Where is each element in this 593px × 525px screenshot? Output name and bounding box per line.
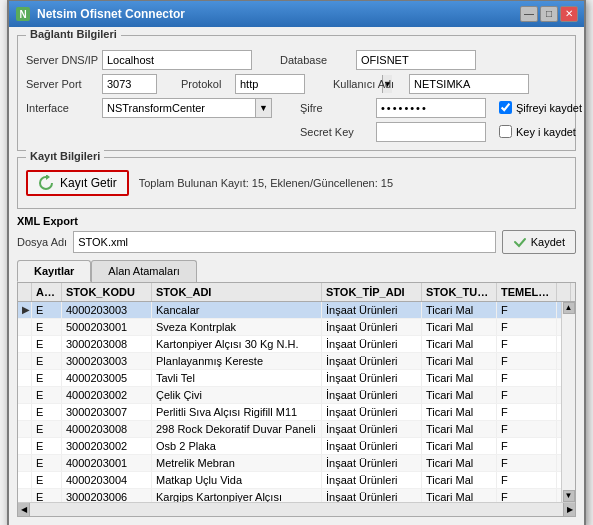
database-input[interactable] (356, 50, 476, 70)
baglanti-section: Bağlantı Bilgileri Server DNS/IP Databas… (17, 35, 576, 151)
scroll-right-btn[interactable]: ▶ (563, 503, 575, 516)
secret-key-input[interactable] (376, 122, 486, 142)
row-adi: Sveza Kontrplak (152, 319, 322, 335)
row-aktif: E (32, 455, 62, 471)
header-aktif: AKTİF (32, 283, 62, 301)
row-turu: Ticari Mal (422, 438, 497, 454)
row-turu: Ticari Mal (422, 404, 497, 420)
row-turu: Ticari Mal (422, 370, 497, 386)
row-adi: Tavli Tel (152, 370, 322, 386)
table-row[interactable]: E 3000203003 Planlayanmış Kereste İnşaat… (18, 353, 561, 370)
sifre-input[interactable] (376, 98, 486, 118)
header-indicator (18, 283, 32, 301)
row-aktif: E (32, 404, 62, 420)
sifre-kaydet-label[interactable]: Şifreyi kaydet (499, 101, 593, 114)
table-row[interactable]: E 3000203007 Perlitli Sıva Alçısı Rigifi… (18, 404, 561, 421)
data-table: AKTİF STOK_KODU STOK_ADI STOK_TİP_ADI ST… (17, 282, 576, 517)
row-kod: 4000203003 (62, 302, 152, 318)
row-temel: F (497, 472, 557, 488)
table-row[interactable]: E 4000203008 298 Rock Dekoratif Duvar Pa… (18, 421, 561, 438)
server-port-field: ▼ (102, 74, 157, 94)
row-turu: Ticari Mal (422, 455, 497, 471)
row-tip: İnşaat Ürünleri (322, 370, 422, 386)
server-dns-input[interactable] (102, 50, 252, 70)
server-dns-label: Server DNS/IP (26, 54, 98, 66)
row-tip: İnşaat Ürünleri (322, 489, 422, 502)
key-kaydet-label[interactable]: Key i kaydet (499, 125, 593, 138)
sifre-kaydet-checkbox[interactable] (499, 101, 512, 114)
close-button[interactable]: ✕ (560, 6, 578, 22)
protokol-label: Protokol (181, 78, 231, 90)
table-row[interactable]: E 4000203001 Metrelik Mebran İnşaat Ürün… (18, 455, 561, 472)
row-kod: 4000203004 (62, 472, 152, 488)
row-kod: 4000203001 (62, 455, 152, 471)
horizontal-scrollbar[interactable]: ◀ ▶ (18, 502, 575, 516)
row-adi: Matkap Uçlu Vida (152, 472, 322, 488)
table-header: AKTİF STOK_KODU STOK_ADI STOK_TİP_ADI ST… (18, 283, 575, 302)
row-kod: 4000203005 (62, 370, 152, 386)
svg-text:N: N (19, 9, 26, 20)
interface-input[interactable] (103, 99, 255, 117)
kullanici-input[interactable] (409, 74, 529, 94)
kayit-title: Kayıt Bilgileri (26, 150, 104, 162)
database-label: Database (280, 54, 352, 66)
header-stok-adi: STOK_ADI (152, 283, 322, 301)
interface-field: ▼ (102, 98, 272, 118)
row-adi: Kargips Kartonpiyer Alçısı (152, 489, 322, 502)
row-aktif: E (32, 319, 62, 335)
tab-alan-atamalari[interactable]: Alan Atamaları (91, 260, 197, 282)
row-temel: F (497, 421, 557, 437)
row-turu: Ticari Mal (422, 319, 497, 335)
kayit-section: Kayıt Bilgileri Kayıt Getir Toplam Bulun… (17, 157, 576, 209)
baglanti-title: Bağlantı Bilgileri (26, 28, 121, 40)
row-kod: 3000203002 (62, 438, 152, 454)
row-indicator (18, 370, 32, 386)
header-stok-kodu: STOK_KODU (62, 283, 152, 301)
table-row[interactable]: E 3000203002 Osb 2 Plaka İnşaat Ürünleri… (18, 438, 561, 455)
header-scroll (557, 283, 571, 301)
scroll-left-btn[interactable]: ◀ (18, 503, 30, 516)
table-row[interactable]: E 5000203001 Sveza Kontrplak İnşaat Ürün… (18, 319, 561, 336)
table-row[interactable]: E 4000203002 Çelik Çivi İnşaat Ürünleri … (18, 387, 561, 404)
kayit-info: Toplam Bulunan Kayıt: 15, Eklenen/Güncel… (139, 177, 393, 189)
title-bar-left: N Netsim Ofisnet Connector (15, 6, 185, 22)
table-row[interactable]: ▶ E 4000203003 Kancalar İnşaat Ürünleri … (18, 302, 561, 319)
row-aktif: E (32, 370, 62, 386)
row-adi: Metrelik Mebran (152, 455, 322, 471)
table-body: ▶ E 4000203003 Kancalar İnşaat Ürünleri … (18, 302, 561, 502)
row-indicator (18, 438, 32, 454)
row-adi: Perlitli Sıva Alçısı Rigifill M11 (152, 404, 322, 420)
tab-kayitlar[interactable]: Kayıtlar (17, 260, 91, 282)
window-title: Netsim Ofisnet Connector (37, 7, 185, 21)
row-temel: F (497, 404, 557, 420)
row-kod: 3000203003 (62, 353, 152, 369)
row-temel: F (497, 455, 557, 471)
scroll-track-v (562, 314, 575, 490)
minimize-button[interactable]: — (520, 6, 538, 22)
row-adi: 298 Rock Dekoratif Duvar Paneli (152, 421, 322, 437)
scroll-up-btn[interactable]: ▲ (563, 302, 575, 314)
kaydet-button[interactable]: Kaydet (502, 230, 576, 254)
table-row[interactable]: E 3000203006 Kargips Kartonpiyer Alçısı … (18, 489, 561, 502)
row-temel: F (497, 336, 557, 352)
row-indicator (18, 489, 32, 502)
row-indicator: ▶ (18, 302, 32, 318)
row-tip: İnşaat Ürünleri (322, 302, 422, 318)
row-indicator (18, 336, 32, 352)
kayit-getir-button[interactable]: Kayıt Getir (26, 170, 129, 196)
row-temel: F (497, 438, 557, 454)
scroll-down-btn[interactable]: ▼ (563, 490, 575, 502)
table-row[interactable]: E 4000203004 Matkap Uçlu Vida İnşaat Ürü… (18, 472, 561, 489)
vertical-scrollbar[interactable]: ▲ ▼ (561, 302, 575, 502)
row-indicator (18, 319, 32, 335)
maximize-button[interactable]: □ (540, 6, 558, 22)
table-row[interactable]: E 3000203008 Kartonpiyer Alçısı 30 Kg N.… (18, 336, 561, 353)
key-kaydet-checkbox[interactable] (499, 125, 512, 138)
table-row[interactable]: E 4000203005 Tavli Tel İnşaat Ürünleri T… (18, 370, 561, 387)
row-aktif: E (32, 472, 62, 488)
dosya-input[interactable] (73, 231, 496, 253)
row-indicator (18, 421, 32, 437)
row-temel: F (497, 319, 557, 335)
interface-dropdown[interactable]: ▼ (255, 99, 271, 117)
table-body-wrapper: ▶ E 4000203003 Kancalar İnşaat Ürünleri … (18, 302, 575, 502)
